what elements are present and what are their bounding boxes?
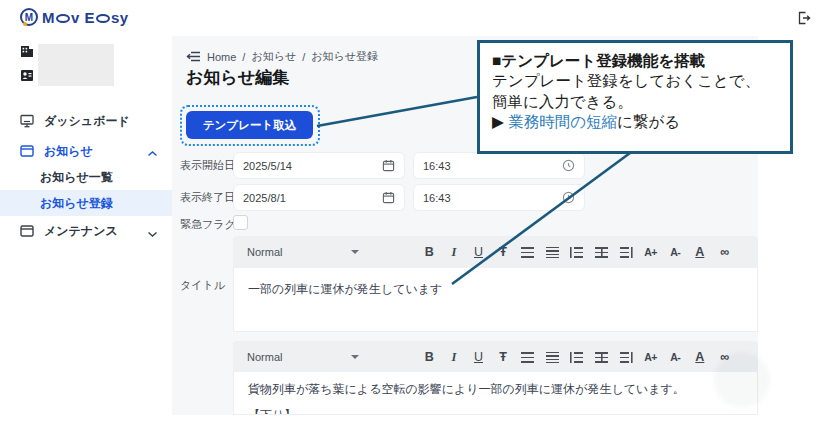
body-text-line2: 【下り】 bbox=[248, 407, 743, 415]
chevron-down-icon bbox=[351, 250, 359, 254]
start-date-input[interactable] bbox=[243, 160, 382, 172]
ordered-list-button[interactable] bbox=[544, 247, 560, 258]
strikethrough-button[interactable]: Ŧ bbox=[495, 350, 511, 364]
ordered-list-button-icon bbox=[546, 352, 559, 363]
sidebar-item-label: ダッシュボード bbox=[44, 113, 130, 130]
app-window: M Mv Esy ダッシュボード bbox=[0, 0, 840, 438]
indent-button-icon bbox=[620, 352, 633, 363]
brand-part: M bbox=[42, 9, 55, 26]
underline-button[interactable]: U bbox=[470, 350, 486, 364]
chevron-up-icon bbox=[147, 147, 158, 161]
align-center-button[interactable] bbox=[593, 352, 609, 363]
logout-icon[interactable] bbox=[796, 10, 812, 26]
end-time-input[interactable] bbox=[423, 192, 562, 204]
start-date-field[interactable] bbox=[233, 152, 405, 179]
end-date-input[interactable] bbox=[243, 192, 382, 204]
outdent-button[interactable] bbox=[569, 247, 585, 258]
sidebar-item-dashboard[interactable]: ダッシュボード bbox=[0, 108, 172, 134]
body-editor-content[interactable]: 貨物列車が落ち葉による空転の影響により一部の列車に運休が発生しています。 【下り… bbox=[233, 372, 758, 415]
brand-part: v E bbox=[71, 9, 95, 26]
italic-button[interactable]: I bbox=[446, 350, 462, 365]
align-center-button[interactable] bbox=[593, 247, 609, 258]
sidebar-item-notice-list[interactable]: お知らせ一覧 bbox=[0, 164, 172, 190]
company-icon bbox=[20, 44, 34, 62]
title-label: タイトル bbox=[180, 272, 225, 299]
indent-button[interactable] bbox=[618, 247, 634, 258]
outdent-button-icon bbox=[570, 247, 583, 258]
bold-button[interactable]: B bbox=[421, 245, 437, 259]
format-select-value: Normal bbox=[247, 351, 282, 363]
bold-button[interactable]: B bbox=[421, 350, 437, 364]
breadcrumb-notice[interactable]: お知らせ bbox=[251, 49, 296, 64]
format-select-value: Normal bbox=[247, 246, 282, 258]
outdent-button[interactable] bbox=[569, 352, 585, 363]
callout-line: ▶ 業務時間の短縮に繋がる bbox=[492, 112, 778, 132]
title-text: 一部の列車に運休が発生しています bbox=[248, 281, 743, 297]
font-size-increase-button[interactable]: A+ bbox=[643, 246, 659, 258]
profile-block bbox=[20, 44, 34, 86]
bullet-list-button[interactable] bbox=[520, 247, 536, 258]
sidebar-item-notice[interactable]: お知らせ bbox=[0, 138, 172, 164]
brand-oval-icon bbox=[96, 14, 110, 23]
callout-line: 簡単に入力できる。 bbox=[492, 92, 778, 112]
text-color-button[interactable]: A bbox=[692, 350, 708, 364]
end-time-field[interactable] bbox=[413, 184, 585, 211]
ordered-list-button-icon bbox=[546, 247, 559, 258]
end-date-field[interactable] bbox=[233, 184, 405, 211]
font-size-decrease-button[interactable]: A- bbox=[667, 246, 683, 258]
video-watermark bbox=[714, 352, 770, 408]
sidebar: ダッシュボード お知らせ お知らせ一覧 お知らせ登録 bbox=[0, 36, 172, 438]
link-button[interactable]: ∞ bbox=[716, 245, 732, 259]
calendar-icon[interactable] bbox=[382, 191, 395, 204]
clock-icon[interactable] bbox=[562, 159, 575, 172]
bullet-list-button-icon bbox=[521, 247, 534, 258]
user-card-icon bbox=[20, 68, 34, 86]
body-editor-toolbar: NormalBIUŦA+A-A∞ bbox=[233, 341, 758, 373]
align-center-button-icon bbox=[595, 352, 608, 363]
italic-button[interactable]: I bbox=[446, 245, 462, 260]
format-select[interactable]: Normal bbox=[247, 246, 359, 258]
sidebar-item-notice-register[interactable]: お知らせ登録 bbox=[0, 190, 172, 216]
title-editor-content[interactable]: 一部の列車に運休が発生しています bbox=[233, 268, 758, 332]
sidebar-item-label: お知らせ一覧 bbox=[40, 169, 113, 186]
title-editor-toolbar: NormalBIUŦA+A-A∞ bbox=[233, 236, 758, 268]
indent-button-icon bbox=[620, 247, 633, 258]
notice-icon bbox=[20, 144, 34, 158]
clock-icon[interactable] bbox=[562, 191, 575, 204]
brand-logo: M Mv Esy bbox=[20, 8, 129, 26]
sidebar-item-label: お知らせ bbox=[44, 143, 93, 160]
breadcrumb-home[interactable]: Home bbox=[207, 51, 236, 63]
strikethrough-button[interactable]: Ŧ bbox=[495, 245, 511, 259]
brand-m-icon: M bbox=[20, 8, 38, 26]
redacted-user-info bbox=[38, 44, 114, 86]
ordered-list-button[interactable] bbox=[544, 352, 560, 363]
start-time-field[interactable] bbox=[413, 152, 585, 179]
template-import-button[interactable]: テンプレート取込 bbox=[186, 111, 313, 139]
breadcrumb: Home / お知らせ / お知らせ登録 bbox=[186, 49, 378, 64]
font-size-decrease-button[interactable]: A- bbox=[667, 351, 683, 363]
bullet-list-button-icon bbox=[521, 352, 534, 363]
text-color-button[interactable]: A bbox=[692, 245, 708, 259]
format-select[interactable]: Normal bbox=[247, 351, 359, 363]
sidebar-item-label: お知らせ登録 bbox=[40, 195, 113, 212]
underline-button[interactable]: U bbox=[470, 245, 486, 259]
brand-name: Mv Esy bbox=[42, 9, 129, 26]
urgent-flag-checkbox[interactable] bbox=[233, 215, 248, 230]
sidebar-item-maintenance[interactable]: メンテナンス bbox=[0, 218, 172, 244]
calendar-icon[interactable] bbox=[382, 159, 395, 172]
callout-arrow: ▶ bbox=[492, 113, 508, 130]
font-size-increase-button[interactable]: A+ bbox=[643, 351, 659, 363]
align-center-button-icon bbox=[595, 247, 608, 258]
chevron-down-icon bbox=[351, 355, 359, 359]
breadcrumb-separator: / bbox=[302, 51, 305, 63]
top-bar: M Mv Esy bbox=[0, 0, 840, 36]
callout-highlight-text: 業務時間の短縮 bbox=[508, 113, 617, 130]
bullet-list-button[interactable] bbox=[520, 352, 536, 363]
sidebar-collapse-icon[interactable] bbox=[186, 50, 201, 63]
outdent-button-icon bbox=[570, 352, 583, 363]
page-title: お知らせ編集 bbox=[186, 66, 289, 89]
indent-button[interactable] bbox=[618, 352, 634, 363]
callout-suffix: に繋がる bbox=[617, 113, 680, 130]
start-time-input[interactable] bbox=[423, 160, 562, 172]
body-text-line1: 貨物列車が落ち葉による空転の影響により一部の列車に運休が発生しています。 bbox=[248, 381, 743, 397]
